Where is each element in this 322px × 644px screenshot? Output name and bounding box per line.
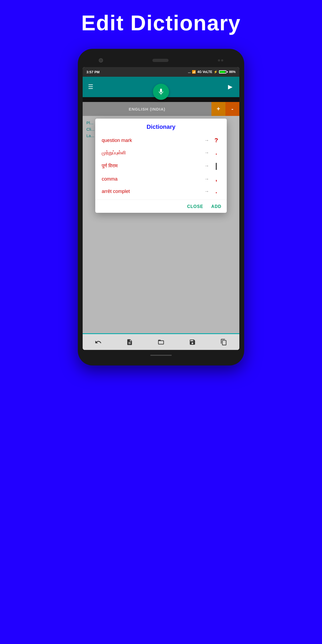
dialog-actions: CLOSE ADD: [95, 202, 227, 210]
dict-arrow-2: →: [204, 150, 209, 156]
language-bar: ENGLISH (INDIA) + -: [83, 102, 239, 116]
dict-source-5: arrêt complet: [102, 189, 201, 194]
phone-screen: 3:57 PM ... 📶 4G VoLTE ⚡ 86% ☰: [83, 67, 239, 350]
mic-icon: [157, 88, 165, 96]
language-label: ENGLISH (INDIA): [83, 107, 211, 111]
status-time: 3:57 PM: [86, 70, 100, 74]
dict-target-2: .: [212, 149, 220, 156]
phone-bottom-bar: [83, 350, 239, 361]
phone-dots: [218, 59, 223, 61]
dict-entry-4: comma → ,: [95, 173, 227, 185]
signal-dots: ...: [188, 70, 191, 74]
battery-indicator: [219, 70, 228, 74]
phone-top-bar: [83, 54, 239, 67]
dict-target-5: .: [212, 188, 220, 195]
dialog-title: Dictionary: [95, 119, 227, 134]
dict-source-3: पूर्ण विराम: [102, 163, 201, 169]
status-icons: ... 📶 4G VoLTE ⚡ 86%: [188, 70, 236, 74]
phone-shell: 3:57 PM ... 📶 4G VoLTE ⚡ 86% ☰: [78, 49, 244, 365]
app-header: ☰ ►: [83, 77, 239, 97]
undo-button[interactable]: [95, 339, 102, 346]
phone-speaker: [152, 59, 169, 62]
lang-minus-button[interactable]: -: [225, 102, 239, 116]
home-indicator: [150, 355, 172, 356]
page-title: Edit Dictionary: [81, 11, 241, 35]
dict-source-4: comma: [102, 176, 201, 182]
dict-source-1: question mark: [102, 138, 201, 143]
lang-plus-button[interactable]: +: [211, 102, 225, 116]
hamburger-icon[interactable]: ☰: [88, 83, 93, 90]
modal-overlay: Dictionary question mark → ? முற்றுப்புள…: [83, 116, 239, 333]
charging-icon: ⚡: [214, 70, 218, 74]
dialog-divider: [95, 200, 227, 200]
dict-target-4: ,: [212, 175, 220, 182]
save-button[interactable]: [189, 339, 196, 346]
dictionary-dialog: Dictionary question mark → ? முற்றுப்புள…: [95, 119, 227, 213]
status-bar: 3:57 PM ... 📶 4G VoLTE ⚡ 86%: [83, 67, 239, 77]
close-button[interactable]: CLOSE: [187, 204, 203, 209]
dict-entry-5: arrêt complet → .: [95, 185, 227, 197]
mic-button[interactable]: [153, 84, 169, 100]
dict-target-1: ?: [212, 137, 220, 144]
dict-arrow-3: →: [204, 163, 209, 169]
dict-entry-2: முற்றுப்புள்ளி → .: [95, 147, 227, 159]
dict-target-3: |: [212, 162, 220, 170]
dict-entry-1: question mark → ?: [95, 134, 227, 147]
dict-arrow-4: →: [204, 176, 209, 182]
send-button[interactable]: ►: [226, 83, 234, 91]
copy-button[interactable]: [220, 339, 227, 346]
add-button[interactable]: ADD: [211, 204, 221, 209]
dict-entry-3: पूर्ण विराम → |: [95, 159, 227, 173]
dict-arrow-5: →: [204, 189, 209, 194]
dict-source-2: முற்றுப்புள்ளி: [102, 150, 201, 156]
open-file-button[interactable]: [158, 339, 164, 346]
wifi-icon: 📶: [192, 70, 196, 74]
bottom-toolbar: [83, 333, 239, 350]
battery-pct: 86%: [229, 70, 236, 74]
network-label: 4G VoLTE: [197, 70, 212, 74]
dict-arrow-1: →: [204, 138, 209, 143]
phone-camera: [99, 58, 103, 63]
new-file-button[interactable]: [126, 339, 133, 346]
content-area: Pl... Cli... La... Dictionary question m…: [83, 116, 239, 333]
